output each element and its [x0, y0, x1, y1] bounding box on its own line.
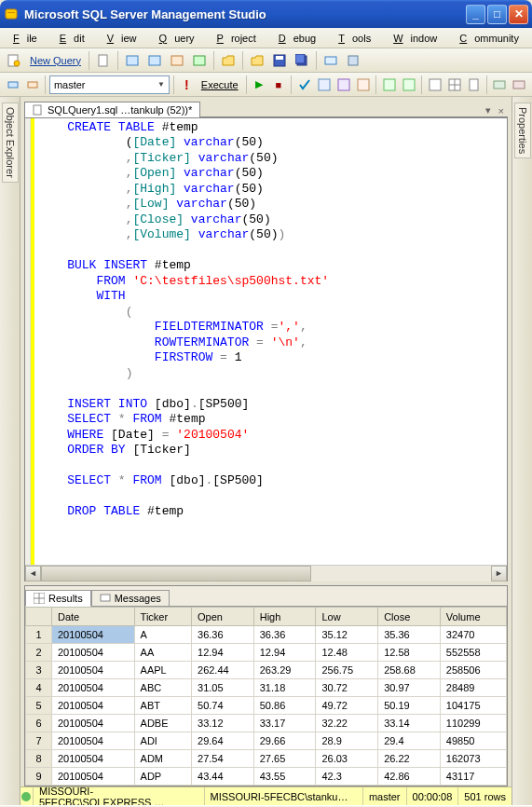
cell[interactable]: 7 [26, 732, 52, 750]
cell[interactable]: A [134, 626, 191, 644]
cell[interactable]: 20100504 [52, 644, 135, 662]
execute-bang-icon[interactable]: ! [178, 75, 196, 95]
cell[interactable]: 20100504 [52, 732, 135, 750]
cell[interactable]: 43.44 [192, 768, 254, 786]
cell[interactable]: 28.9 [316, 732, 378, 750]
cell[interactable]: AAPL [134, 662, 191, 679]
menu-community[interactable]: Community [452, 31, 532, 46]
properties-tab[interactable]: Properties [512, 97, 532, 805]
cell[interactable]: 20100504 [52, 626, 135, 644]
messages-tab[interactable]: Messages [91, 590, 170, 607]
cell[interactable]: 20100504 [52, 662, 135, 679]
registered-servers-icon[interactable] [343, 50, 363, 71]
cell[interactable]: 20100504 [52, 697, 135, 715]
cell[interactable]: 12.94 [192, 644, 254, 662]
cell[interactable]: 263.29 [253, 662, 316, 679]
open-folder-icon[interactable] [247, 50, 267, 71]
cell[interactable]: ADP [134, 768, 191, 786]
menu-query[interactable]: Query [152, 31, 210, 46]
column-header[interactable]: Ticker [134, 608, 191, 626]
uncomment-icon[interactable] [511, 75, 528, 95]
sql-editor[interactable]: CREATE TABLE #temp ([Date] varchar(50) ,… [24, 117, 508, 581]
table-row[interactable]: 620100504ADBE33.1233.1732.2233.14110299 [26, 715, 507, 732]
cell[interactable]: 26.22 [378, 750, 441, 768]
column-header[interactable]: Low [316, 608, 378, 626]
cell[interactable]: 29.4 [378, 732, 441, 750]
cell[interactable]: 20100504 [52, 750, 135, 768]
object-explorer-tab[interactable]: Object Explorer [0, 97, 20, 805]
cell[interactable]: 2 [26, 644, 52, 662]
cell[interactable]: 42.86 [378, 768, 441, 786]
db-engine-query-icon[interactable] [122, 50, 143, 71]
scroll-left-icon[interactable]: ◄ [25, 566, 41, 581]
cell[interactable]: 552558 [440, 644, 506, 662]
activity-monitor-icon[interactable] [321, 50, 341, 71]
cell[interactable]: 35.36 [378, 626, 441, 644]
parse-icon[interactable] [295, 75, 313, 95]
table-row[interactable]: 820100504ADM27.5427.6526.0326.22162073 [26, 750, 507, 768]
cell[interactable]: 33.14 [378, 715, 441, 732]
query-options-icon[interactable] [334, 75, 352, 95]
cell[interactable]: 12.94 [253, 644, 316, 662]
cell[interactable]: 162073 [440, 750, 506, 768]
cell[interactable]: 32470 [440, 626, 506, 644]
cell[interactable]: 3 [26, 662, 52, 679]
horizontal-scrollbar[interactable]: ◄ ► [25, 565, 507, 581]
cell[interactable]: ABT [134, 697, 191, 715]
cell[interactable]: 36.36 [253, 626, 316, 644]
results-tab[interactable]: Results [25, 590, 91, 607]
cell[interactable]: 32.22 [316, 715, 378, 732]
results-to-file-icon[interactable] [465, 75, 483, 95]
cell[interactable]: 6 [26, 715, 52, 732]
connect-icon[interactable] [4, 75, 21, 95]
cell[interactable]: 110299 [440, 715, 506, 732]
cell[interactable]: 30.97 [378, 679, 441, 697]
cell[interactable]: 42.3 [316, 768, 378, 786]
maximize-button[interactable]: □ [487, 5, 507, 24]
table-row[interactable]: 120100504A36.3636.3635.1235.3632470 [26, 626, 507, 644]
cell[interactable]: 49.72 [316, 697, 378, 715]
cell[interactable]: 20100504 [52, 679, 135, 697]
table-row[interactable]: 420100504ABC31.0531.1830.7230.9728489 [26, 679, 507, 697]
column-header[interactable]: Close [378, 608, 441, 626]
column-header[interactable]: Volume [440, 608, 506, 626]
scroll-thumb[interactable] [41, 566, 311, 581]
document-tab-active[interactable]: SQLQuery1.sql …tankulp (52))* [24, 102, 200, 117]
cell[interactable]: AA [134, 644, 191, 662]
include-stats-icon[interactable] [400, 75, 417, 95]
cell[interactable]: 43117 [440, 768, 506, 786]
minimize-button[interactable]: _ [466, 5, 485, 24]
intellisense-icon[interactable] [354, 75, 372, 95]
cell[interactable]: 43.55 [253, 768, 316, 786]
results-to-grid-icon[interactable] [445, 75, 463, 95]
cell[interactable]: 33.17 [253, 715, 316, 732]
close-button[interactable]: ✕ [509, 5, 528, 24]
menu-debug[interactable]: Debug [271, 31, 331, 46]
cell[interactable]: 36.36 [192, 626, 254, 644]
cell[interactable]: 31.05 [192, 679, 254, 697]
cell[interactable]: 26.03 [316, 750, 378, 768]
open-file-icon[interactable] [218, 50, 239, 71]
cell[interactable]: 8 [26, 750, 52, 768]
save-all-icon[interactable] [292, 50, 312, 71]
cell[interactable]: ADI [134, 732, 191, 750]
cell[interactable]: 256.75 [316, 662, 378, 679]
tab-close-icon[interactable]: × [495, 105, 508, 117]
menu-project[interactable]: Project [210, 31, 271, 46]
cell[interactable]: 262.44 [192, 662, 254, 679]
cell[interactable]: 31.18 [253, 679, 316, 697]
dmx-query-icon[interactable] [189, 50, 210, 71]
cell[interactable]: 20100504 [52, 768, 135, 786]
cell[interactable]: 50.19 [378, 697, 441, 715]
stop-icon[interactable]: ■ [269, 75, 287, 95]
menu-edit[interactable]: Edit [52, 31, 100, 46]
database-combo[interactable]: master ▼ [49, 75, 170, 94]
column-header[interactable]: Date [52, 608, 135, 626]
cell[interactable]: 258506 [440, 662, 506, 679]
cell[interactable]: 12.58 [378, 644, 441, 662]
menu-tools[interactable]: Tools [331, 31, 386, 46]
cell[interactable]: 5 [26, 697, 52, 715]
menu-file[interactable]: File [6, 31, 52, 46]
column-header[interactable]: High [253, 608, 316, 626]
cell[interactable]: 4 [26, 679, 52, 697]
